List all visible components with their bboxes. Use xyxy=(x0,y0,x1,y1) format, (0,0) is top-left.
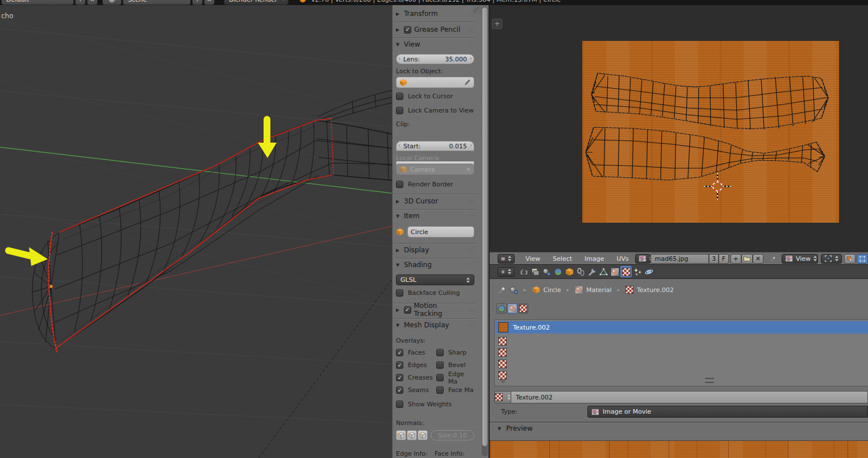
decrement-icon[interactable]: ‹ xyxy=(398,142,400,148)
scrollbar-thumb[interactable] xyxy=(482,7,487,446)
face-mark-checkbox[interactable] xyxy=(436,386,444,394)
3d-cursor-panel-header[interactable]: ▶3D Cursor::: xyxy=(396,197,474,206)
texture-slot-row[interactable] xyxy=(498,337,507,345)
open-image-button[interactable] xyxy=(741,254,753,264)
display-channels-dropdown[interactable]: View xyxy=(782,254,818,264)
editor-divider[interactable] xyxy=(490,264,868,265)
local-camera-field[interactable]: Camera✕ xyxy=(396,164,474,175)
delete-layout-button[interactable]: ✕ xyxy=(87,0,98,5)
grease-pencil-checkbox[interactable]: ✓ xyxy=(404,26,411,34)
image-datablock-browse-button[interactable] xyxy=(635,254,650,264)
tab-particles[interactable] xyxy=(632,266,643,277)
tab-constraints[interactable] xyxy=(575,266,586,277)
faces-checkbox[interactable]: ✓ xyxy=(396,349,403,356)
tab-world[interactable] xyxy=(552,266,564,277)
preview-panel-header[interactable]: ▼Preview xyxy=(498,424,533,432)
fake-user-button[interactable]: F xyxy=(719,254,728,264)
menu-select[interactable]: Select xyxy=(546,255,578,263)
editor-divider[interactable] xyxy=(489,5,490,458)
viewport-canvas[interactable] xyxy=(0,5,392,458)
sharp-checkbox[interactable] xyxy=(436,349,444,356)
tab-modifiers[interactable] xyxy=(586,266,598,277)
world-texture-context-button[interactable] xyxy=(496,303,507,314)
texture-slot-row-selected[interactable]: Texture.002 xyxy=(495,321,868,334)
new-image-button[interactable]: + xyxy=(731,254,741,264)
editor-type-button[interactable] xyxy=(498,267,515,277)
add-slot-icon[interactable]: ⊕ xyxy=(500,377,506,385)
motion-tracking-panel-header[interactable]: ▶✓Motion Tracking::: xyxy=(396,305,474,314)
tab-scene[interactable] xyxy=(541,266,552,277)
users-count-button[interactable]: 3 xyxy=(709,254,719,264)
backface-culling-checkbox[interactable] xyxy=(396,289,403,297)
render-border-checkbox[interactable] xyxy=(396,181,403,188)
item-name-field[interactable]: Circle xyxy=(407,226,474,238)
pin-id-button[interactable] xyxy=(498,286,506,294)
viewport-3d[interactable]: cho xyxy=(0,5,392,458)
vertex-select-mode-button[interactable] xyxy=(857,254,868,264)
render-engine-dropdown[interactable]: Blender Render xyxy=(224,0,289,5)
transform-panel-header[interactable]: ▶Transform::: xyxy=(396,9,474,18)
toolshelf-expand-button[interactable]: + xyxy=(492,19,502,29)
panel-grip-icon[interactable]: ::: xyxy=(468,198,474,204)
lens-slider[interactable]: ‹Lens:35.000› xyxy=(396,54,474,64)
uv-image-editor[interactable]: + xyxy=(490,5,868,264)
decrement-icon[interactable]: ‹ xyxy=(433,431,435,438)
increment-icon[interactable]: › xyxy=(470,142,472,148)
delete-scene-button[interactable]: ✕ xyxy=(204,0,215,5)
tab-object-data[interactable] xyxy=(598,266,609,277)
item-panel-header[interactable]: ▼Item::: xyxy=(396,211,474,220)
mesh-display-panel-header[interactable]: ▼Mesh Display::: xyxy=(396,320,474,330)
normals-size-slider[interactable]: ‹Size:0.10› xyxy=(431,430,474,440)
add-scene-button[interactable]: + xyxy=(192,0,203,5)
panel-corner-grip[interactable] xyxy=(473,6,481,14)
unlink-image-button[interactable]: ✕ xyxy=(753,254,763,264)
stock-mesh-wireframe[interactable] xyxy=(32,90,392,352)
editor-type-button[interactable] xyxy=(498,254,515,264)
shading-panel-header[interactable]: ▼Shading::: xyxy=(396,260,474,269)
tab-physics[interactable] xyxy=(643,266,654,277)
panel-grip-icon[interactable]: ::: xyxy=(468,213,474,219)
increment-icon[interactable]: › xyxy=(470,431,472,438)
tab-material[interactable] xyxy=(609,266,620,277)
other-texture-context-button[interactable] xyxy=(518,303,528,314)
lock-to-cursor-checkbox[interactable] xyxy=(396,93,403,100)
uv-sync-selection-toggle[interactable] xyxy=(844,254,856,264)
creases-checkbox[interactable]: ✓ xyxy=(396,374,403,381)
panel-grip-icon[interactable]: ::: xyxy=(468,262,474,268)
uv-islands-wireframe[interactable] xyxy=(586,73,828,180)
image-name-field[interactable]: mad65.jpg xyxy=(650,254,709,264)
lock-camera-checkbox[interactable] xyxy=(396,107,403,114)
vertex-normals-toggle[interactable] xyxy=(396,430,406,440)
grease-pencil-panel-header[interactable]: ▶✓Grease Pencil::: xyxy=(396,25,474,34)
menu-uvs[interactable]: UVs xyxy=(611,255,635,263)
panel-grip-icon[interactable]: ::: xyxy=(468,307,474,313)
lock-object-field[interactable] xyxy=(396,77,474,88)
breadcrumb-material[interactable]: Material xyxy=(586,286,612,294)
material-texture-context-button[interactable] xyxy=(507,303,518,314)
pivot-dropdown[interactable] xyxy=(821,254,842,264)
texture-slot-row[interactable] xyxy=(498,348,507,357)
add-layout-button[interactable]: + xyxy=(75,0,86,5)
texture-browse-button[interactable] xyxy=(494,391,511,403)
bevel-checkbox[interactable] xyxy=(436,361,444,369)
panel-grip-icon[interactable]: ::: xyxy=(468,27,474,32)
scene-field[interactable]: Scene xyxy=(123,0,191,5)
increment-icon[interactable]: › xyxy=(470,55,472,61)
tab-render-layers[interactable] xyxy=(529,266,541,277)
texture-name-field[interactable]: Texture.002 xyxy=(511,391,868,403)
breadcrumb-object[interactable]: Circle xyxy=(544,286,561,294)
panel-grip-icon[interactable]: ::: xyxy=(468,247,474,253)
tab-object[interactable] xyxy=(564,266,575,277)
menu-view[interactable]: View xyxy=(519,255,546,263)
seams-checkbox[interactable]: ✓ xyxy=(396,386,403,394)
show-weights-checkbox[interactable] xyxy=(396,401,403,408)
menu-image[interactable]: Image xyxy=(578,255,610,263)
breadcrumb-texture[interactable]: Texture.002 xyxy=(637,286,674,294)
list-resize-grip[interactable] xyxy=(705,378,714,383)
clip-start-slider[interactable]: ‹Start:0.015› xyxy=(396,141,474,151)
texture-type-dropdown[interactable]: Image or Movie xyxy=(587,406,868,418)
eyedropper-icon[interactable] xyxy=(463,78,471,86)
display-panel-header[interactable]: ▶Display::: xyxy=(396,245,474,255)
view-panel-header[interactable]: ▼View::: xyxy=(396,40,474,49)
panel-grip-icon[interactable]: ::: xyxy=(468,322,474,328)
